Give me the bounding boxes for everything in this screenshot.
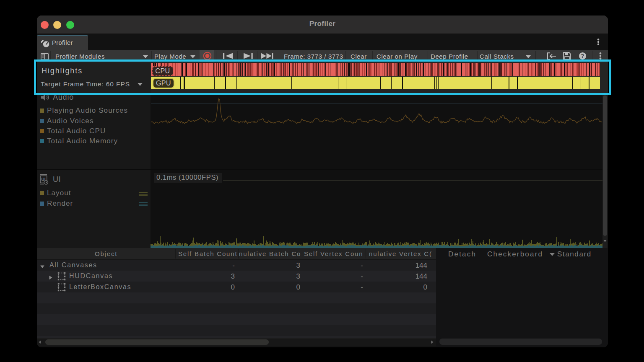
svg-text:?: ? xyxy=(581,53,584,59)
